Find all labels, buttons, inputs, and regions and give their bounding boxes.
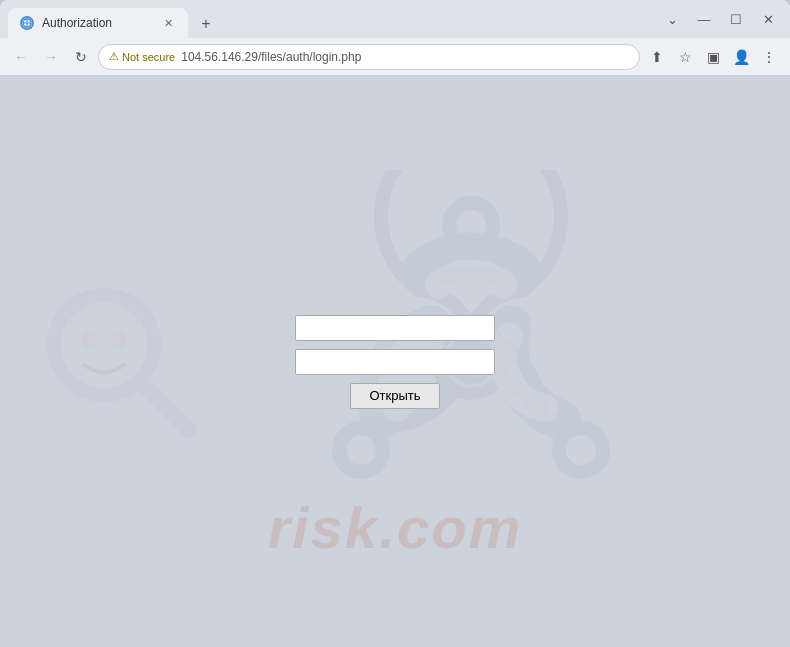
close-button[interactable]: ✕ [754,5,782,33]
forward-button[interactable]: → [38,44,64,70]
svg-point-5 [81,332,97,348]
tab-title: Authorization [42,16,152,30]
warning-icon: ⚠ [109,50,119,63]
address-bar: ← → ↻ ⚠ Not secure 104.56.146.29/files/a… [0,38,790,76]
bookmark-button[interactable]: ☆ [672,44,698,70]
watermark-text: risk.com [268,494,523,561]
svg-point-11 [339,428,383,472]
toolbar-actions: ⬆ ☆ ▣ 👤 ⋮ [644,44,782,70]
title-bar: Authorization ✕ + ⌄ — ☐ ✕ [0,0,790,38]
maximize-button[interactable]: ☐ [722,5,750,33]
tab-close-button[interactable]: ✕ [160,15,176,31]
back-button[interactable]: ← [8,44,34,70]
svg-point-3 [54,295,154,395]
window-controls: ⌄ — ☐ ✕ [658,5,782,33]
url-text: 104.56.146.29/files/auth/login.php [181,50,629,64]
security-warning: ⚠ Not secure [109,50,175,63]
tab-bar: Authorization ✕ + [8,0,658,38]
svg-point-12 [559,428,603,472]
reload-button[interactable]: ↻ [68,44,94,70]
chevron-down-button[interactable]: ⌄ [658,5,686,33]
svg-point-10 [449,203,493,247]
username-input[interactable] [295,315,495,341]
submit-button[interactable]: Открыть [350,383,440,409]
password-input[interactable] [295,349,495,375]
address-field[interactable]: ⚠ Not secure 104.56.146.29/files/auth/lo… [98,44,640,70]
account-button[interactable]: 👤 [728,44,754,70]
page-content: risk.com Открыть [0,76,790,647]
security-label: Not secure [122,51,175,63]
active-tab[interactable]: Authorization ✕ [8,8,188,38]
svg-point-6 [111,332,127,348]
new-tab-button[interactable]: + [192,10,220,38]
svg-line-4 [142,383,189,430]
minimize-button[interactable]: — [690,5,718,33]
share-button[interactable]: ⬆ [644,44,670,70]
magnifier-watermark [39,280,199,444]
browser-window: Authorization ✕ + ⌄ — ☐ ✕ ← → ↻ ⚠ Not se… [0,0,790,647]
login-form: Открыть [295,315,495,409]
tab-favicon [20,16,34,30]
menu-button[interactable]: ⋮ [756,44,782,70]
tab-search-button[interactable]: ▣ [700,44,726,70]
